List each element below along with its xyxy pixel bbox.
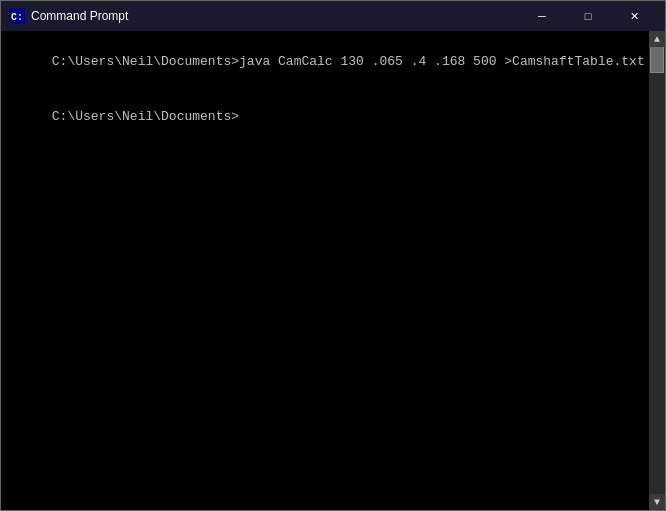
close-button[interactable]: ✕ (611, 1, 657, 31)
title-bar: C: Command Prompt ─ □ ✕ (1, 1, 665, 31)
maximize-button[interactable]: □ (565, 1, 611, 31)
scrollbar-arrow-down[interactable]: ▼ (649, 494, 665, 510)
window-controls: ─ □ ✕ (519, 1, 657, 31)
minimize-button[interactable]: ─ (519, 1, 565, 31)
terminal-line-1: C:\Users\Neil\Documents>java CamCalc 130… (52, 54, 645, 69)
scrollbar-track[interactable]: ▲ ▼ (649, 31, 665, 510)
command-prompt-window: C: Command Prompt ─ □ ✕ C:\Users\Neil\Do… (0, 0, 666, 511)
svg-text:C:: C: (11, 12, 23, 23)
scrollbar-arrow-up[interactable]: ▲ (649, 31, 665, 47)
terminal-body[interactable]: C:\Users\Neil\Documents>java CamCalc 130… (1, 31, 665, 510)
terminal-output: C:\Users\Neil\Documents>java CamCalc 130… (5, 35, 661, 144)
cmd-icon: C: (9, 8, 25, 24)
window-title: Command Prompt (31, 9, 519, 23)
terminal-line-2: C:\Users\Neil\Documents> (52, 109, 239, 124)
